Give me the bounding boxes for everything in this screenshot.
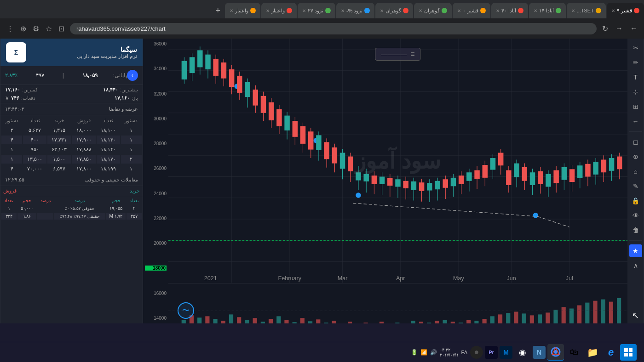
svg-rect-196 bbox=[593, 300, 597, 323]
text-tool[interactable]: T bbox=[629, 71, 642, 84]
tab-tset[interactable]: TSET... ✕ bbox=[567, 3, 606, 18]
reload-button[interactable]: ↻ bbox=[600, 23, 610, 35]
volume-icon[interactable]: 🔊 bbox=[430, 349, 437, 356]
svg-rect-37 bbox=[229, 69, 234, 87]
high-low-row: بیشترین: ۱۸,۴۴۰ کمترین: ۱۷,۱۶۰ bbox=[5, 87, 138, 93]
svg-rect-178 bbox=[451, 322, 455, 323]
svg-rect-97 bbox=[466, 172, 472, 181]
price-scale: 36000 34000 32000 30000 28000 26000 2400… bbox=[143, 39, 168, 323]
taskbar-app-m[interactable]: M bbox=[500, 346, 512, 359]
star-tool[interactable]: ★ bbox=[629, 244, 642, 257]
tab-abada2[interactable]: آبادا ۴۰ ✕ bbox=[491, 3, 528, 18]
tab-active[interactable]: قشیر ۹ ✕ bbox=[607, 3, 644, 18]
svg-rect-53 bbox=[293, 121, 298, 137]
svg-rect-79 bbox=[395, 179, 400, 187]
tab-vaetebaar2[interactable]: واعتبار ✕ bbox=[225, 3, 260, 18]
svg-rect-45 bbox=[261, 96, 266, 113]
zoom-tool[interactable]: ⊕ bbox=[629, 150, 642, 163]
back-button[interactable]: ← bbox=[628, 23, 639, 34]
svg-rect-159 bbox=[300, 318, 305, 323]
cursor-indicator: ↖ bbox=[632, 311, 639, 321]
svg-rect-99 bbox=[474, 170, 479, 179]
browser-chrome: قشیر ۹ ✕ TSET... ✕ آبادا ۱۴ ✕ آبادا ۴۰ ✕… bbox=[0, 0, 644, 39]
chart-body: سود آموز ≡ ———— bbox=[168, 39, 627, 323]
candlestick-svg: 2021 February Mar Apr May Jun Jul bbox=[168, 39, 627, 283]
svg-rect-180 bbox=[466, 320, 471, 323]
svg-rect-131 bbox=[601, 160, 606, 173]
network-icon[interactable]: 📶 bbox=[420, 349, 427, 356]
svg-rect-121 bbox=[562, 167, 567, 180]
settings-icon[interactable]: ⚙ bbox=[31, 23, 41, 35]
nodes-tool[interactable]: ⊹ bbox=[629, 85, 642, 98]
svg-rect-25 bbox=[182, 61, 187, 79]
svg-rect-87 bbox=[427, 183, 432, 190]
svg-rect-55 bbox=[300, 126, 305, 144]
svg-text:Mar: Mar bbox=[338, 275, 348, 282]
trash-tool[interactable]: 🗑 bbox=[629, 224, 642, 237]
right-panel: سیگما نرم افزار مدیریت سبد دارایی Σ › پا… bbox=[0, 39, 143, 323]
svg-rect-195 bbox=[585, 302, 589, 323]
taskbar-lang: FA bbox=[461, 350, 467, 355]
svg-rect-123 bbox=[569, 169, 575, 182]
svg-rect-176 bbox=[435, 321, 439, 323]
brush-tool[interactable]: ✎ bbox=[629, 180, 642, 192]
indicator-icon[interactable]: 〜 bbox=[178, 302, 194, 319]
current-price-label: 18000 bbox=[145, 266, 167, 271]
svg-rect-148 bbox=[213, 319, 218, 323]
volume-svg bbox=[168, 283, 627, 323]
taskbar-obs[interactable]: ● bbox=[470, 346, 483, 359]
svg-point-20 bbox=[356, 192, 361, 198]
tab-nazoud2[interactable]: نزود ۲۷ ✕ bbox=[298, 3, 335, 18]
taskbar-ie[interactable]: e bbox=[603, 344, 619, 361]
grid-tool[interactable]: ⊞ bbox=[629, 100, 642, 113]
svg-rect-165 bbox=[348, 322, 352, 323]
svg-line-23 bbox=[538, 216, 569, 227]
taskbar-nox[interactable]: N bbox=[533, 346, 546, 359]
collapse-tool[interactable]: ∧ bbox=[629, 259, 642, 272]
svg-rect-153 bbox=[253, 318, 257, 323]
taskbar-right: FA ۰۴:۳۲ ۲۰۱۷/۰۷/۱ 🔊 📶 🔋 bbox=[411, 347, 469, 357]
svg-rect-194 bbox=[577, 305, 581, 323]
sigma-logo-icon: Σ bbox=[6, 42, 26, 62]
svg-text:2021: 2021 bbox=[204, 275, 217, 282]
tab-gooharan1[interactable]: گوهران ✕ bbox=[414, 3, 452, 18]
taskbar-chrome[interactable] bbox=[547, 344, 564, 361]
tab-gooharan2[interactable]: گوهران ✕ bbox=[375, 3, 413, 18]
svg-rect-173 bbox=[411, 321, 415, 323]
candlestick-area[interactable]: سود آموز ≡ ———— bbox=[168, 39, 627, 283]
stock-chevron[interactable]: ∨ bbox=[5, 95, 9, 101]
taskbar-store[interactable]: 🛍 bbox=[566, 344, 582, 361]
svg-rect-119 bbox=[553, 170, 558, 183]
cast-icon[interactable]: ⊡ bbox=[57, 23, 66, 35]
eye-tool[interactable]: 👁 bbox=[629, 209, 642, 222]
menu-icon[interactable]: ⋮ bbox=[5, 23, 16, 35]
svg-rect-146 bbox=[197, 317, 201, 323]
house-tool[interactable]: ⌂ bbox=[629, 165, 642, 178]
back-tool[interactable]: ← bbox=[629, 115, 642, 128]
tab-gheshir2[interactable]: قشیر ۰ ✕ bbox=[453, 3, 490, 18]
eraser-tool[interactable]: ◻ bbox=[629, 136, 642, 148]
taskbar-explorer[interactable]: 📁 bbox=[584, 344, 601, 361]
svg-rect-117 bbox=[546, 174, 551, 187]
bookmark-icon[interactable]: ☆ bbox=[44, 23, 54, 35]
svg-rect-49 bbox=[276, 109, 282, 126]
extensions-icon[interactable]: ⊕ bbox=[18, 23, 28, 35]
start-button[interactable] bbox=[620, 344, 637, 361]
new-tab-button[interactable]: + bbox=[212, 6, 224, 16]
svg-rect-151 bbox=[237, 317, 241, 323]
orderbook-table: دستور تعداد فروش خرید تعداد دستور ۱ ۱۸,۱… bbox=[0, 115, 143, 174]
url-input[interactable] bbox=[70, 23, 597, 34]
svg-rect-39 bbox=[237, 76, 242, 93]
pen-tool[interactable]: ✏ bbox=[629, 56, 642, 69]
forward-button[interactable]: → bbox=[614, 23, 625, 34]
tab-nazoud1[interactable]: نزود %- ✕ bbox=[336, 3, 375, 18]
svg-rect-192 bbox=[562, 307, 566, 323]
expand-button[interactable]: › bbox=[127, 70, 138, 81]
lock-tool[interactable]: 🔒 bbox=[629, 194, 642, 207]
taskbar-premiere[interactable]: Pr bbox=[485, 346, 498, 359]
svg-rect-61 bbox=[324, 142, 329, 159]
tab-vaetebaar1[interactable]: واعتبار ✕ bbox=[261, 3, 297, 18]
tab-abada1[interactable]: آبادا ۱۴ ✕ bbox=[529, 3, 566, 18]
taskbar-unity[interactable]: ◉ bbox=[514, 344, 531, 361]
scissors-tool[interactable]: ✂ bbox=[629, 41, 642, 54]
